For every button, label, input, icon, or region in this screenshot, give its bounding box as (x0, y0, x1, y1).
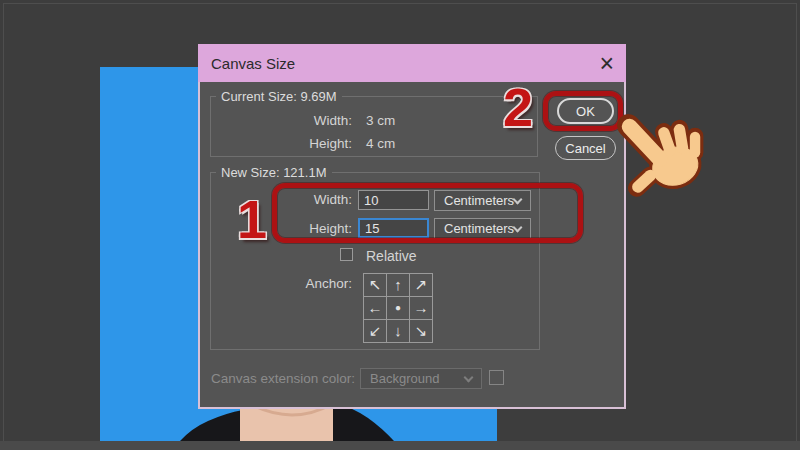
extension-color-swatch (489, 370, 504, 385)
step2-number: 2 (503, 80, 533, 134)
anchor-arrow-left-icon[interactable]: ← (364, 297, 386, 319)
anchor-arrow-down-icon[interactable]: ↓ (387, 320, 409, 342)
current-size-legend: Current Size: 9.69M (216, 89, 342, 104)
current-width-label: Width: (200, 113, 352, 128)
anchor-arrow-ne-icon[interactable]: ↗ (410, 274, 432, 296)
relative-checkbox[interactable] (340, 248, 353, 261)
relative-label: Relative (366, 248, 417, 264)
anchor-arrow-sw-icon[interactable]: ↙ (364, 320, 386, 342)
new-size-legend: New Size: 121.1M (216, 165, 332, 180)
dialog-title: Canvas Size (198, 55, 295, 72)
anchor-arrow-up-icon[interactable]: ↑ (387, 274, 409, 296)
anchor-arrow-nw-icon[interactable]: ↖ (364, 274, 386, 296)
current-width-value: 3 cm (366, 113, 395, 128)
step1-highlight-box (272, 183, 583, 243)
step2-highlight-box (543, 91, 623, 131)
close-icon[interactable]: × (599, 46, 614, 80)
step1-number: 1 (237, 192, 267, 246)
anchor-arrow-se-icon[interactable]: ↘ (410, 320, 432, 342)
photoshop-workspace: Canvas Size × Current Size: 9.69M Width:… (0, 0, 800, 450)
current-height-label: Height: (200, 136, 352, 151)
anchor-center-dot-icon[interactable]: ● (387, 297, 409, 319)
current-height-value: 4 cm (366, 136, 395, 151)
extension-color-label: Canvas extension color: (200, 371, 355, 386)
extension-color-value: Background (370, 371, 439, 386)
anchor-arrow-right-icon[interactable]: → (410, 297, 432, 319)
person-left-shoulder (180, 410, 243, 441)
anchor-label: Anchor: (200, 276, 352, 291)
cancel-button[interactable]: Cancel (555, 136, 616, 160)
anchor-grid: ↖ ↑ ↗ ← ● → ↙ ↓ ↘ (363, 273, 433, 343)
dialog-titlebar[interactable]: Canvas Size × (198, 44, 626, 82)
chevron-down-icon (464, 373, 474, 383)
window-bottom-frame (0, 441, 800, 450)
hand-pointer-icon (616, 100, 720, 200)
extension-color-dropdown: Background (360, 368, 482, 389)
